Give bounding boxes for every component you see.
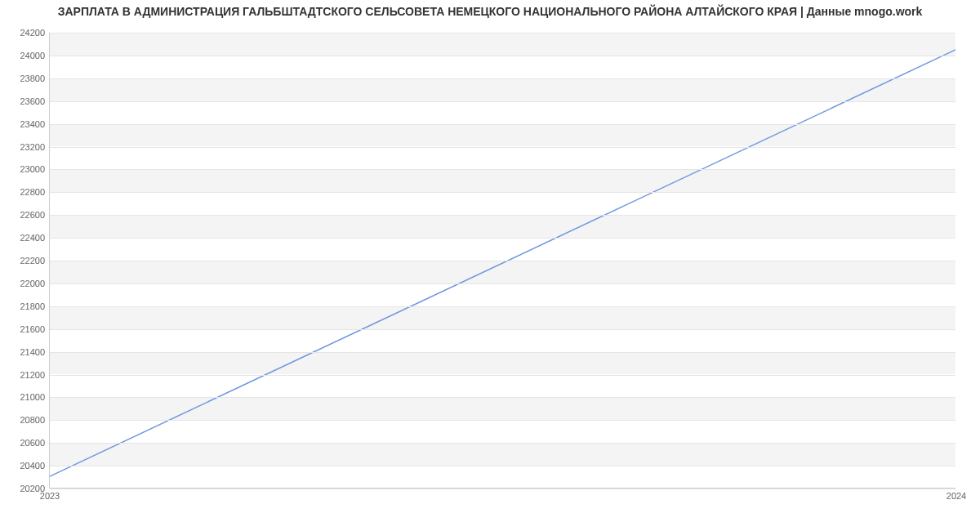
y-tick-label: 23600 xyxy=(20,96,50,106)
gridline xyxy=(50,78,956,79)
gridline xyxy=(50,397,956,398)
y-tick-label: 24200 xyxy=(20,28,50,38)
chart-container: ЗАРПЛАТА В АДМИНИСТРАЦИЯ ГАЛЬБШТАДТСКОГО… xyxy=(0,0,980,506)
gridline xyxy=(50,33,956,33)
y-tick-label: 20400 xyxy=(20,461,50,471)
gridline xyxy=(50,375,956,376)
plot-area: 2020020400206002080021000212002140021600… xyxy=(49,33,956,489)
y-tick-label: 21400 xyxy=(20,347,50,357)
gridline xyxy=(50,329,956,330)
y-tick-label: 23800 xyxy=(20,74,50,83)
y-tick-label: 22400 xyxy=(20,233,50,243)
gridline xyxy=(50,169,956,170)
gridline xyxy=(50,489,956,489)
y-tick-label: 22000 xyxy=(20,279,50,288)
y-tick-label: 21600 xyxy=(20,324,50,334)
y-tick-label: 22200 xyxy=(20,256,50,266)
chart-title: ЗАРПЛАТА В АДМИНИСТРАЦИЯ ГАЛЬБШТАДТСКОГО… xyxy=(0,5,980,18)
gridline xyxy=(50,192,956,193)
gridline xyxy=(50,420,956,421)
gridline xyxy=(50,466,956,466)
gridline xyxy=(50,352,956,353)
y-tick-label: 20600 xyxy=(20,438,50,448)
y-tick-label: 22800 xyxy=(20,187,50,197)
y-tick-label: 21800 xyxy=(20,301,50,311)
y-tick-label: 21000 xyxy=(20,392,50,402)
x-tick-label: 2024 xyxy=(947,488,966,501)
x-tick-label: 2023 xyxy=(40,488,60,501)
gridline xyxy=(50,147,956,148)
y-tick-label: 22600 xyxy=(20,210,50,220)
y-tick-label: 23400 xyxy=(20,119,50,129)
gridline xyxy=(50,283,956,284)
y-tick-label: 24000 xyxy=(20,51,50,60)
gridline xyxy=(50,443,956,444)
y-tick-label: 23200 xyxy=(20,142,50,152)
gridline xyxy=(50,238,956,239)
y-tick-label: 20800 xyxy=(20,415,50,425)
gridline xyxy=(50,306,956,307)
gridline xyxy=(50,261,956,261)
y-tick-label: 21200 xyxy=(20,370,50,380)
gridline xyxy=(50,124,956,125)
gridline xyxy=(50,56,956,56)
y-tick-label: 23000 xyxy=(20,164,50,174)
series-line xyxy=(50,50,956,476)
gridline xyxy=(50,101,956,102)
gridline xyxy=(50,215,956,216)
